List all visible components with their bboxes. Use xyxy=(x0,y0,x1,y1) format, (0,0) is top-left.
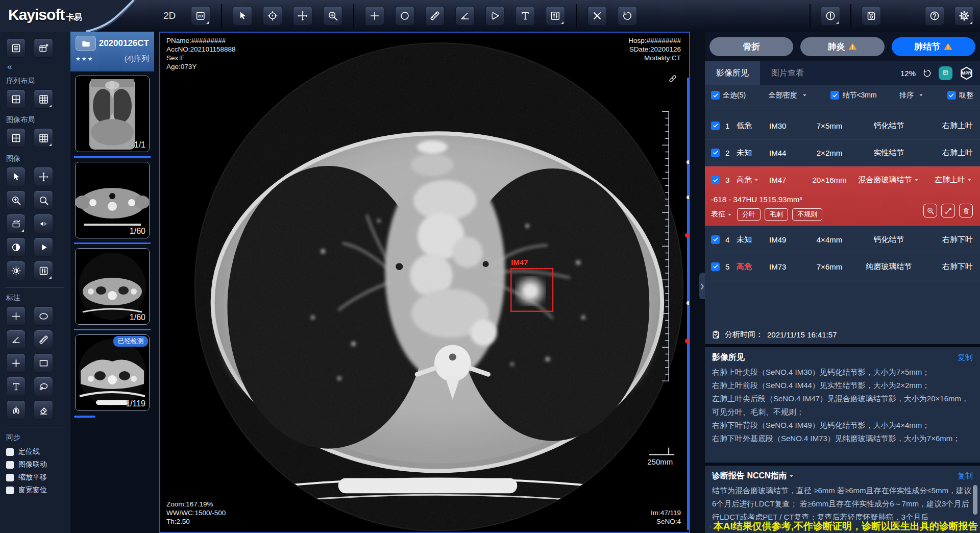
nodule-marker[interactable] xyxy=(687,160,690,164)
image-viewport[interactable]: IM47 250mm PName:#########AccNO:20210115… xyxy=(159,32,690,533)
tool-ruler[interactable] xyxy=(425,6,445,26)
panel-expand-handle[interactable]: ❯ xyxy=(699,273,705,299)
tool-text[interactable] xyxy=(516,6,535,26)
nodule-marker[interactable] xyxy=(685,233,690,238)
tool-ellipse[interactable] xyxy=(395,6,414,26)
checkbox-checked[interactable] xyxy=(711,176,720,184)
series-thumbnail-4[interactable]: 已经检测1/119 xyxy=(75,334,150,411)
checkbox-unchecked-icon[interactable] xyxy=(6,487,14,494)
report-scrollbar-thumb[interactable] xyxy=(973,485,977,515)
filter-select-all[interactable]: 全选(5) xyxy=(711,91,746,100)
image-rotate[interactable] xyxy=(6,214,26,233)
filter-small-nodule[interactable]: 结节<3mm xyxy=(830,91,876,100)
nodule-lobe[interactable]: 左肺上叶 xyxy=(922,175,973,185)
image-window-level[interactable] xyxy=(34,261,53,280)
image-pan[interactable] xyxy=(34,167,53,186)
help-button[interactable] xyxy=(925,6,944,26)
nodule-delete-button[interactable] xyxy=(959,204,973,217)
feature-tag[interactable]: 分叶 xyxy=(737,208,761,221)
thumbnail-scroll-indicator[interactable] xyxy=(74,416,95,418)
close-layout-button[interactable] xyxy=(34,38,53,58)
sidebar-collapse-button[interactable]: « xyxy=(0,58,70,72)
checkbox-checked[interactable] xyxy=(711,122,720,130)
series-thumbnail-3[interactable]: 1/60 xyxy=(75,248,150,325)
feature-dropdown[interactable]: 表征 xyxy=(711,210,733,219)
findings-copy-button[interactable]: 复制 xyxy=(958,353,973,362)
image-brightness[interactable] xyxy=(6,261,26,280)
annot-angle[interactable] xyxy=(6,330,26,349)
image-play[interactable] xyxy=(34,237,53,257)
module-骨折[interactable]: 骨折 xyxy=(709,37,793,56)
checkbox-unchecked-icon[interactable] xyxy=(6,448,14,456)
tool-2d-view[interactable]: 2D xyxy=(191,6,210,26)
filter-sort-dropdown[interactable]: 排序 xyxy=(899,91,924,100)
sync-option-2[interactable]: 缩放平移 xyxy=(0,469,70,482)
annot-ellipse[interactable] xyxy=(34,306,53,326)
sync-option-3[interactable]: 窗宽窗位 xyxy=(0,482,70,495)
report-preview-button[interactable] xyxy=(939,66,952,80)
annot-freehand[interactable] xyxy=(34,377,53,396)
image-layout-more[interactable] xyxy=(34,128,53,148)
image-magnifier[interactable] xyxy=(34,190,53,210)
sync-option-1[interactable]: 图像联动 xyxy=(0,456,70,469)
annot-ruler[interactable] xyxy=(34,330,53,349)
nodule-type[interactable]: 混合磨玻璃结节 xyxy=(856,175,922,185)
nodule-zoom-button[interactable] xyxy=(923,204,937,217)
nodule-marker[interactable] xyxy=(685,338,690,344)
tool-angle[interactable] xyxy=(455,6,475,26)
annot-eraser[interactable] xyxy=(34,400,53,420)
nodule-row-3[interactable]: 3高危IM4720×16mm混合磨玻璃结节左肺上叶 xyxy=(705,166,980,193)
notice-button[interactable] xyxy=(821,6,840,26)
tool-pan[interactable] xyxy=(293,6,312,26)
series-thumbnail-2[interactable]: 1/60 xyxy=(75,162,150,238)
filter-round[interactable]: 取整 xyxy=(947,91,973,100)
tool-cursor[interactable] xyxy=(233,6,252,26)
feature-tag[interactable]: 毛刺 xyxy=(765,208,788,221)
module-肺结节[interactable]: 肺结节 xyxy=(892,37,975,56)
mpr-button[interactable]: MPR xyxy=(959,66,974,81)
checkbox-checked[interactable] xyxy=(711,149,720,157)
tool-zoom[interactable] xyxy=(323,6,342,26)
refresh-button[interactable] xyxy=(922,68,932,78)
checkbox-checked[interactable] xyxy=(830,91,839,100)
checkbox-checked[interactable] xyxy=(711,235,720,244)
annot-crosshair[interactable] xyxy=(6,306,26,326)
image-invert[interactable] xyxy=(6,237,26,257)
tool-localizer[interactable] xyxy=(263,6,282,26)
nodule-route-button[interactable] xyxy=(941,204,955,217)
nodule-row-5[interactable]: 5高危IM737×6mm纯磨玻璃结节右肺下叶 xyxy=(705,253,980,280)
annot-point[interactable] xyxy=(6,353,26,373)
checkbox-unchecked-icon[interactable] xyxy=(6,474,14,481)
feature-tag[interactable]: 不规则 xyxy=(792,208,822,221)
annot-lung-seg[interactable] xyxy=(6,400,26,420)
filter-density-dropdown[interactable]: 全部密度 xyxy=(769,91,808,100)
link-icon[interactable] xyxy=(668,74,678,84)
module-肺炎[interactable]: 肺炎 xyxy=(800,37,884,56)
checkbox-checked[interactable] xyxy=(711,262,720,271)
series-layout-2x2[interactable] xyxy=(6,89,26,109)
nodule-row-2[interactable]: 2未知IM442×2mm实性结节右肺上叶 xyxy=(705,139,980,166)
tool-delete[interactable] xyxy=(587,6,607,26)
checkbox-checked[interactable] xyxy=(947,91,956,100)
settings-button[interactable] xyxy=(954,6,974,26)
open-study-button[interactable] xyxy=(76,36,96,51)
save-button[interactable] xyxy=(862,6,881,26)
nodule-risk[interactable]: 高危 xyxy=(737,175,769,185)
nodule-marker[interactable] xyxy=(687,301,690,305)
series-list-button[interactable] xyxy=(6,38,26,58)
checkbox-unchecked-icon[interactable] xyxy=(6,461,14,469)
tab-1[interactable]: 图片查看 xyxy=(760,61,815,85)
tool-window-level[interactable] xyxy=(546,6,565,26)
image-layout-2x2[interactable] xyxy=(6,128,26,148)
series-thumbnail-1[interactable]: 1/1 xyxy=(75,76,150,152)
tool-cobb-angle[interactable] xyxy=(485,6,505,26)
report-title[interactable]: 诊断报告 NCCN指南 xyxy=(712,471,795,481)
tool-crosshair[interactable] xyxy=(365,6,384,26)
selected-nodule-card[interactable]: 3高危IM4720×16mm混合磨玻璃结节左肺上叶-618 - 347HU 15… xyxy=(705,166,980,226)
tool-reset[interactable] xyxy=(618,6,637,26)
image-zoom-in[interactable] xyxy=(6,190,26,210)
report-copy-button[interactable]: 复制 xyxy=(958,471,973,481)
series-layout-more[interactable] xyxy=(34,89,53,109)
nodule-row-1[interactable]: 1低危IM307×5mm钙化结节右肺上叶 xyxy=(705,112,980,139)
sync-option-0[interactable]: 定位线 xyxy=(0,444,70,456)
